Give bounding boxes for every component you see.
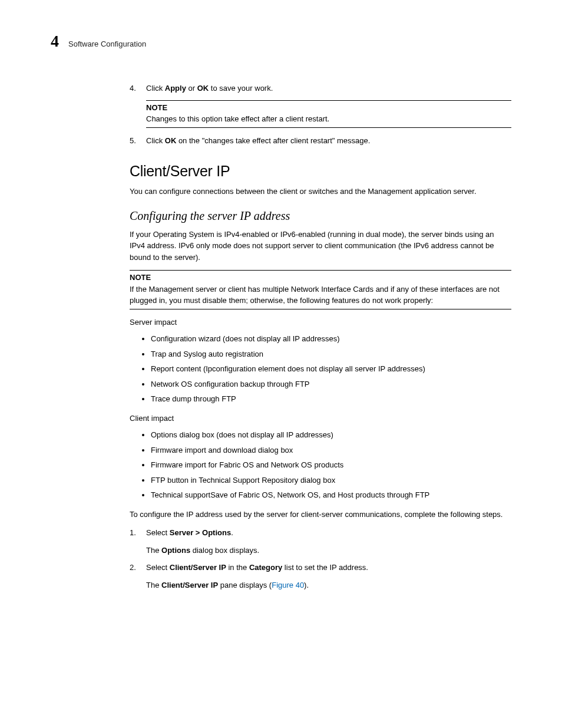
step-number: 5.: [130, 135, 146, 147]
config-step-2-sub: The Client/Server IP pane displays (Figu…: [146, 579, 511, 591]
config-step-2: 2. Select Client/Server IP in the Catego…: [130, 562, 511, 574]
client-impact-list: Options dialog box (does not display all…: [130, 427, 511, 503]
list-item: Trap and Syslog auto registration: [151, 347, 511, 362]
config-intro: To configure the IP address used by the …: [130, 509, 511, 521]
list-item: Network OS configuration backup through …: [151, 377, 511, 392]
server-impact-label: Server impact: [130, 317, 511, 328]
figure-link[interactable]: Figure 40: [272, 581, 304, 589]
chapter-title: Software Configuration: [68, 39, 146, 48]
list-item: Trace dump through FTP: [151, 391, 511, 407]
config-step-1-sub: The Options dialog box displays.: [146, 545, 511, 556]
step-text: Click OK on the "changes take effect aft…: [146, 135, 511, 147]
step-text: Select Server > Options.: [146, 527, 511, 539]
chapter-number: 4: [51, 32, 59, 51]
step-number: 1.: [130, 527, 146, 539]
section-intro: You can configure connections between th…: [130, 186, 511, 197]
list-item: Options dialog box (does not display all…: [151, 427, 511, 443]
list-item: Firmware import and download dialog box: [151, 443, 511, 458]
subsection-intro: If your Operating System is IPv4-enabled…: [130, 229, 511, 263]
list-item: Technical supportSave of Fabric OS, Netw…: [151, 487, 511, 503]
config-step-1: 1. Select Server > Options.: [130, 527, 511, 539]
note-block: NOTE If the Management server or client …: [130, 270, 511, 309]
note-block: NOTE Changes to this option take effect …: [146, 100, 511, 128]
step-number: 4.: [130, 83, 146, 94]
list-item: Firmware import for Fabric OS and Networ…: [151, 457, 511, 473]
note-label: NOTE: [130, 272, 511, 284]
server-impact-list: Configuration wizard (does not display a…: [130, 331, 511, 407]
list-item: Configuration wizard (does not display a…: [151, 331, 511, 347]
step-number: 2.: [130, 562, 146, 574]
client-impact-label: Client impact: [130, 413, 511, 424]
page-header: 4 Software Configuration: [51, 32, 511, 51]
note-text: Changes to this option take effect after…: [146, 113, 511, 125]
step-text: Select Client/Server IP in the Category …: [146, 562, 511, 574]
step-4: 4. Click Apply or OK to save your work.: [130, 83, 511, 94]
list-item: Report content (Ipconfiguration element …: [151, 361, 511, 377]
step-text: Click Apply or OK to save your work.: [146, 83, 511, 94]
list-item: FTP button in Technical Support Reposito…: [151, 473, 511, 488]
subsection-heading: Configuring the server IP address: [130, 209, 511, 223]
note-label: NOTE: [146, 102, 511, 114]
step-5: 5. Click OK on the "changes take effect …: [130, 135, 511, 147]
note-text: If the Management server or client has m…: [130, 284, 511, 307]
section-heading: Client/Server IP: [130, 163, 511, 180]
